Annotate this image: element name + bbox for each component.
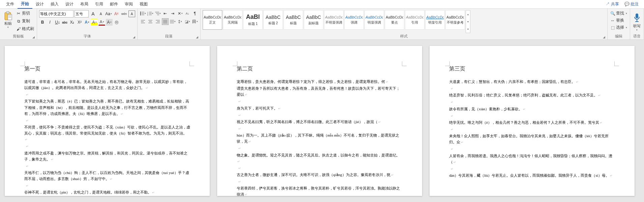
brush-icon: 🖌: [16, 27, 21, 31]
group-voice: 听写 ▾ 语音: [630, 9, 644, 39]
show-marks-button[interactable]: ¶: [192, 10, 198, 17]
text-effect-button[interactable]: A: [84, 19, 90, 26]
paragraph: 物之象。是谓惚恍。迎之不见其首，随之不见其后。执古之道，以御今之有，能知古始，是…: [237, 152, 403, 164]
format-painter-button[interactable]: 🖌格式刷: [16, 26, 35, 32]
clear-formatting-button[interactable]: Aᵡ: [113, 10, 120, 17]
svg-point-7: [140, 13, 141, 14]
asian-layout-button[interactable]: ✕: [177, 10, 183, 17]
menu-home[interactable]: 开始: [18, 0, 32, 9]
shrink-font-button[interactable]: A: [97, 10, 104, 17]
menu-design2[interactable]: 设计: [62, 0, 77, 8]
menu-design1[interactable]: 设计: [32, 0, 47, 8]
bullets-button[interactable]: [140, 10, 146, 17]
voice-group-label: 语音: [633, 34, 641, 38]
align-right-button[interactable]: [154, 18, 161, 25]
decrease-indent-button[interactable]: ⇤: [162, 10, 169, 17]
style-item-12[interactable]: AaBbCcDd不明显参考: [445, 10, 465, 30]
cut-button[interactable]: ✂剪切: [16, 10, 35, 17]
page-3[interactable]: 第三页大道废，有仁义；慧智出，有大伪；六亲不和，有孝慈；国家昏乱，有忠臣。 绝圣…: [430, 46, 635, 196]
style-item-6[interactable]: AaBbCcDd不明显强调: [324, 10, 344, 30]
align-justify-button[interactable]: [162, 18, 169, 25]
styles-launcher[interactable]: ◢: [603, 35, 605, 39]
font-size-select[interactable]: [75, 10, 89, 18]
underline-button[interactable]: U: [54, 19, 61, 26]
phonetic-guide-button[interactable]: wén: [121, 10, 127, 17]
strike-button[interactable]: abc: [61, 19, 68, 26]
chevron-down-icon: ▾: [466, 25, 470, 33]
style-item-0[interactable]: AaBbCcDd正文: [203, 10, 222, 30]
subscript-button[interactable]: X₂: [69, 19, 76, 26]
menu-review[interactable]: 审阅: [121, 0, 136, 8]
comment-icon: 💬: [624, 2, 631, 6]
select-button[interactable]: ⬚选择▾: [610, 24, 628, 31]
paragraph: [237, 165, 403, 171]
menu-layout[interactable]: 布局: [77, 0, 92, 8]
style-item-9[interactable]: AaBbCcDd要点: [385, 10, 404, 30]
document-area[interactable]: 第一页道可道，非常道；名可名，非常名。无名天地之始，有名万物之母。故常无欲，以观…: [0, 40, 644, 202]
group-editing: 🔍查找▾ ↔替换 ⬚选择▾ 编辑: [608, 9, 630, 39]
paragraph: [449, 85, 615, 91]
style-item-10[interactable]: AaBbCcDd引用: [405, 10, 425, 30]
style-item-11[interactable]: AaBbCcDd明显引用: [425, 10, 445, 30]
style-item-5[interactable]: AaBbC副标题: [304, 10, 323, 30]
search-icon: 🔍: [610, 11, 615, 16]
align-center-button[interactable]: [147, 18, 154, 25]
char-shading-button[interactable]: A: [106, 19, 113, 26]
group-styles: AaBbCcDd正文AaBbCcDd无间隔AaBl标题 1AaBbC标题 2Aa…: [201, 9, 608, 39]
bold-button[interactable]: B: [39, 19, 46, 26]
align-left-button[interactable]: [140, 18, 146, 25]
page-1[interactable]: 第一页道可道，非常道；名可名，非常名。无名天地之始，有名万物之母。故常无欲，以观…: [5, 46, 210, 196]
style-name: 不明显强调: [325, 20, 342, 25]
styles-more-button[interactable]: ▴▾▾: [466, 10, 470, 33]
paste-button[interactable]: 粘贴 ▾: [2, 10, 14, 29]
borders-button[interactable]: 田: [192, 18, 198, 25]
svg-rect-35: [636, 13, 638, 18]
page-title: 第三页: [449, 65, 615, 73]
style-name: 标题: [290, 21, 297, 26]
style-item-7[interactable]: AaBbCcDd强调: [344, 10, 364, 30]
font-name-select[interactable]: [39, 10, 74, 18]
menu-insert[interactable]: 插入: [47, 0, 62, 8]
numbering-button[interactable]: 123: [147, 10, 154, 17]
change-case-button[interactable]: Aa: [105, 10, 112, 17]
menu-references[interactable]: 引用: [92, 0, 107, 8]
increase-indent-button[interactable]: ⇥: [169, 10, 176, 17]
paragraph: 天下皆知美之为美，斯恶（è）已；皆知善之为善，斯不善已。故有无相生，难易相成，长…: [24, 98, 190, 116]
share-button[interactable]: ↗ 共享: [603, 0, 621, 8]
menu-mailings[interactable]: 邮件: [107, 0, 121, 8]
para-shading-button[interactable]: ◪: [184, 18, 191, 25]
replace-button[interactable]: ↔替换: [610, 17, 625, 24]
superscript-button[interactable]: X²: [76, 19, 83, 26]
paragraph-launcher[interactable]: ◢: [196, 35, 198, 39]
char-border-button[interactable]: A: [128, 10, 135, 17]
style-name: 强调: [351, 20, 357, 25]
style-preview: AaBbC: [286, 15, 301, 20]
grow-font-button[interactable]: A: [90, 10, 96, 17]
style-item-1[interactable]: AaBbCcDd无间隔: [223, 10, 242, 30]
paragraph: [24, 143, 190, 149]
style-item-3[interactable]: AaBbC标题 2: [263, 10, 283, 30]
highlight-button[interactable]: A: [91, 19, 98, 26]
menu-file[interactable]: 文件: [3, 0, 18, 8]
sort-button[interactable]: A↓: [184, 10, 191, 17]
dictate-button[interactable]: 听写 ▾: [632, 12, 642, 31]
enclose-char-button[interactable]: ㊞: [113, 19, 120, 26]
page-2[interactable]: 第二页宠辱若惊，贵大患若身。何谓宠辱若惊？宠为下，得之若惊，失之若惊，是谓宠辱若…: [217, 46, 422, 196]
page-title: 第一页: [24, 65, 190, 73]
italic-button[interactable]: I: [47, 19, 53, 26]
style-item-2[interactable]: AaBl标题 1: [243, 10, 263, 30]
align-distributed-button[interactable]: [169, 18, 176, 25]
copy-button[interactable]: ⧉复制: [16, 18, 35, 24]
style-name: 正文: [209, 20, 216, 25]
svg-rect-1: [6, 11, 9, 13]
font-color-button[interactable]: A: [98, 19, 105, 26]
clipboard-launcher[interactable]: ◢: [32, 35, 35, 39]
line-spacing-button[interactable]: ‡: [177, 18, 183, 25]
menu-view[interactable]: 视图: [136, 0, 151, 8]
multilevel-button[interactable]: [154, 10, 161, 17]
find-button[interactable]: 🔍查找▾: [610, 10, 628, 17]
style-item-8[interactable]: AaBbCcDd明显强调: [364, 10, 384, 30]
style-item-4[interactable]: AaBbC标题: [284, 10, 303, 30]
comment-button[interactable]: 💬 批注: [622, 0, 641, 8]
font-launcher[interactable]: ◢: [133, 35, 135, 39]
